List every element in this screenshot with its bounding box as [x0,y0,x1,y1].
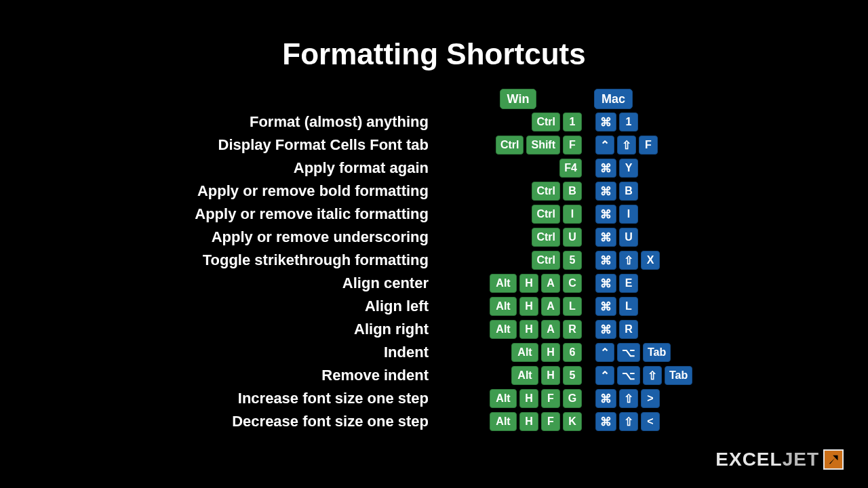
shortcut-desc: Display Format Cells Font tab [27,136,448,154]
shortcut-desc: Apply format again [27,159,448,177]
mac-keys: ⌘B [589,182,738,201]
key-win: Alt [511,366,538,385]
key-mac-cmd-icon: ⌘ [595,274,616,293]
key-mac-cmd-icon: ⌘ [595,228,616,247]
shortcut-row: Align centerAltHAC⌘E [27,272,868,295]
key-mac: L [619,297,638,316]
key-win: Alt [511,343,538,362]
key-mac-cmd-icon: ⌘ [595,297,616,316]
key-win: Ctrl [496,136,524,155]
mac-keys: ⌃⌥Tab [589,343,738,362]
shortcut-row: Apply format againF4⌘Y [27,157,868,180]
key-win: L [563,297,582,316]
key-win: Shift [526,136,560,155]
logo-text: EXCELJET [715,449,819,470]
key-mac-cmd-icon: ⌘ [595,389,616,408]
key-win: R [563,320,582,339]
key-win: H [541,343,560,362]
shortcut-desc: Align right [27,321,448,338]
shortcut-desc: Toggle strikethrough formatting [27,251,448,269]
key-mac: Y [619,159,638,178]
win-keys: Ctrl5 [448,251,589,270]
win-keys: AltHAL [448,297,589,316]
win-keys: AltH5 [448,366,589,385]
key-win: 6 [563,343,582,362]
mac-keys: ⌘E [589,274,738,293]
key-win: H [519,412,538,431]
key-win: K [563,412,582,431]
key-mac: X [641,251,660,270]
key-win: Ctrl [532,205,560,224]
key-win: 5 [563,251,582,270]
key-win: Alt [490,297,517,316]
mac-keys: ⌘L [589,297,738,316]
key-win: Ctrl [532,251,560,270]
key-win: Ctrl [532,182,560,201]
logo-arrow-icon [823,449,844,470]
key-mac: E [619,274,638,293]
key-mac-shift_mac-icon: ⇧ [619,412,638,431]
mac-keys: ⌘I [589,205,738,224]
brand-logo: EXCELJET [715,449,844,470]
shortcut-row: Increase font size one stepAltHFG⌘⇧> [27,387,868,410]
win-keys: CtrlU [448,228,589,247]
page-title: Formatting Shortcuts [0,0,868,87]
key-win: Alt [490,389,517,408]
key-win: Ctrl [532,228,560,247]
shortcut-row: Apply or remove underscoringCtrlU⌘U [27,226,868,249]
key-mac-cmd-icon: ⌘ [595,412,616,431]
shortcut-desc: Format (almost) anything [27,113,448,131]
key-mac-option-icon: ⌥ [617,343,640,362]
key-win: F [541,389,560,408]
key-win: A [541,274,560,293]
mac-keys: ⌘1 [589,113,738,131]
key-win: Alt [490,320,517,339]
key-mac-cmd-icon: ⌘ [595,320,616,339]
key-win: H [541,366,560,385]
win-keys: Ctrl1 [448,113,589,131]
header-row: Win Mac [27,87,868,110]
shortcut-desc: Decrease font size one step [27,413,448,430]
key-mac-shift_mac-icon: ⇧ [643,366,662,385]
key-win: 5 [563,366,582,385]
key-win: C [563,274,582,293]
key-mac-cmd-icon: ⌘ [595,251,616,270]
key-mac-cmd-icon: ⌘ [595,159,616,178]
key-mac: B [619,182,638,201]
win-keys: F4 [448,159,589,178]
key-win: A [541,320,560,339]
shortcut-desc: Align left [27,298,448,315]
key-win: H [519,320,538,339]
key-win: G [563,389,582,408]
shortcut-desc: Remove indent [27,367,448,384]
shortcut-desc: Apply or remove italic formatting [27,205,448,223]
shortcut-row: Display Format Cells Font tabCtrlShiftF⌃… [27,134,868,157]
win-keys: AltHAC [448,274,589,293]
mac-keys: ⌘U [589,228,738,247]
shortcuts-table: Win Mac Format (almost) anythingCtrl1⌘1D… [0,87,868,433]
win-keys: AltHAR [448,320,589,339]
key-mac-shift_mac-icon: ⇧ [619,251,638,270]
win-keys: CtrlI [448,205,589,224]
key-win: H [519,297,538,316]
key-mac-cmd-icon: ⌘ [595,182,616,201]
shortcut-row: Format (almost) anythingCtrl1⌘1 [27,110,868,134]
shortcut-row: Remove indentAltH5⌃⌥⇧Tab [27,364,868,387]
key-win: 1 [563,113,582,131]
mac-keys: ⌃⇧F [589,136,738,155]
key-win: U [563,228,582,247]
shortcut-row: Decrease font size one stepAltHFK⌘⇧< [27,410,868,433]
mac-keys: ⌘R [589,320,738,339]
shortcut-desc: Align center [27,274,448,292]
key-win: Alt [490,274,517,293]
key-mac: > [641,389,660,408]
key-win: I [563,205,582,224]
key-mac-option-icon: ⌥ [617,366,640,385]
key-mac-ctrl_mac-icon: ⌃ [595,136,614,155]
mac-keys: ⌘⇧X [589,251,738,270]
key-win: H [519,274,538,293]
platform-label-mac: Mac [594,89,633,109]
shortcut-row: Toggle strikethrough formattingCtrl5⌘⇧X [27,249,868,272]
shortcut-desc: Apply or remove underscoring [27,228,448,246]
shortcut-desc: Apply or remove bold formatting [27,182,448,200]
